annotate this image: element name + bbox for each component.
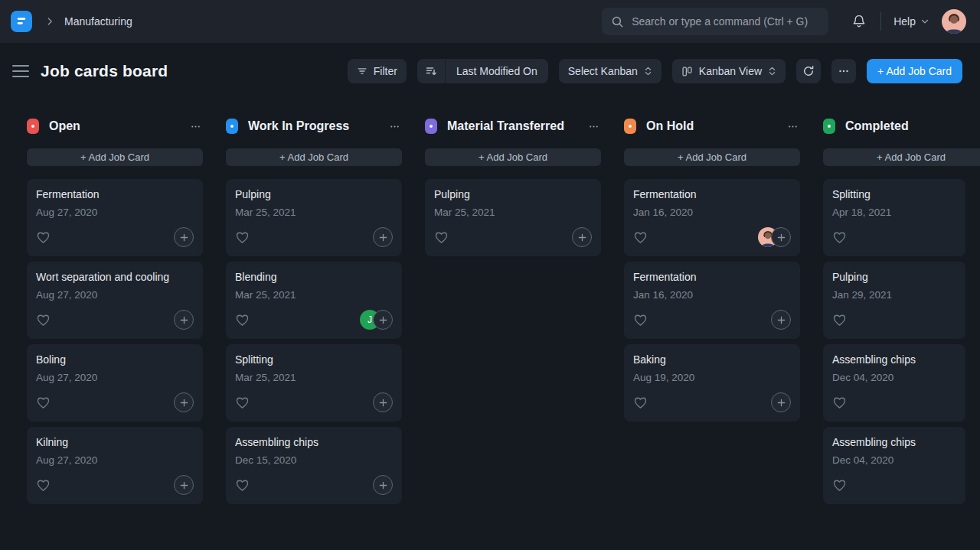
chevrons-up-down-icon <box>644 66 652 76</box>
job-card-date: Mar 25, 2021 <box>235 289 393 301</box>
job-card-title: Fermentation <box>633 271 791 283</box>
job-card-title: Pulping <box>235 188 393 200</box>
like-heart-icon[interactable] <box>832 478 847 492</box>
job-card[interactable]: Blending Mar 25, 2021 J <box>226 262 402 339</box>
kanban-column: Work In Progress + Add Job Card Pulping … <box>226 117 402 504</box>
plus-icon <box>578 233 586 242</box>
like-heart-icon[interactable] <box>235 230 250 244</box>
job-card-title: Boling <box>36 353 194 366</box>
job-card-footer <box>36 475 194 495</box>
like-heart-icon[interactable] <box>36 478 51 492</box>
job-card-title: Assembling chips <box>832 436 956 448</box>
like-heart-icon[interactable] <box>235 478 250 492</box>
job-card[interactable]: Fermentation Jan 16, 2020 <box>624 262 800 339</box>
like-heart-icon[interactable] <box>832 395 847 409</box>
view-switcher-dropdown[interactable]: Kanban View <box>672 59 786 83</box>
assign-plus-button[interactable] <box>174 310 194 330</box>
job-card[interactable]: Pulping Mar 25, 2021 <box>425 179 601 256</box>
notifications-bell-button[interactable] <box>851 14 867 29</box>
assign-plus-button[interactable] <box>174 392 194 412</box>
job-card[interactable]: Assembling chips Dec 04, 2020 <box>823 427 965 504</box>
like-heart-icon[interactable] <box>36 230 51 244</box>
column-header: Material Transferred <box>425 117 601 135</box>
erpnext-logo-icon <box>15 15 28 28</box>
assign-plus-button[interactable] <box>373 392 393 412</box>
job-card[interactable]: Splitting Mar 25, 2021 <box>226 344 402 421</box>
ellipsis-icon <box>588 121 599 132</box>
column-menu-button[interactable] <box>188 119 203 134</box>
assign-plus-button[interactable] <box>174 227 194 247</box>
job-card[interactable]: Fermentation Aug 27, 2020 <box>27 179 203 256</box>
like-heart-icon[interactable] <box>832 313 847 327</box>
select-kanban-dropdown[interactable]: Select Kanban <box>559 59 662 83</box>
assign-plus-button[interactable] <box>771 227 791 247</box>
job-card[interactable]: Splitting Apr 18, 2021 <box>823 179 965 256</box>
like-heart-icon[interactable] <box>235 313 250 327</box>
like-heart-icon[interactable] <box>832 230 847 244</box>
column-menu-button[interactable] <box>786 119 800 134</box>
job-card-footer <box>633 227 791 247</box>
plus-icon <box>180 399 188 407</box>
job-card[interactable]: Assembling chips Dec 15, 2020 <box>226 427 402 504</box>
assign-plus-button[interactable] <box>572 227 592 247</box>
like-heart-icon[interactable] <box>633 395 648 409</box>
job-card[interactable]: Wort separation and cooling Aug 27, 2020 <box>27 262 203 339</box>
add-job-card-primary-button[interactable]: + Add Job Card <box>867 59 962 83</box>
job-card[interactable]: Assembling chips Dec 04, 2020 <box>823 344 965 421</box>
job-card-title: Pulping <box>434 188 592 200</box>
like-heart-icon[interactable] <box>235 395 250 409</box>
job-card-date: Dec 04, 2020 <box>832 372 956 383</box>
job-card-title: Splitting <box>235 353 393 366</box>
filter-button[interactable]: Filter <box>348 59 407 83</box>
refresh-button[interactable] <box>796 59 821 83</box>
breadcrumb[interactable]: Manufacturing <box>64 15 132 28</box>
bell-icon <box>851 14 867 29</box>
sort-field-button[interactable]: Last Modified On <box>446 59 548 83</box>
navbar-actions: Search or type a command (Ctrl + G) Help <box>602 8 966 35</box>
user-avatar[interactable] <box>942 9 966 34</box>
like-heart-icon[interactable] <box>633 230 648 244</box>
job-card[interactable]: Pulping Jan 29, 2021 <box>823 262 965 339</box>
column-title: On Hold <box>646 119 694 133</box>
column-cards: Splitting Apr 18, 2021 Pulping Jan 29, 2… <box>823 179 980 504</box>
toolbar-actions: Filter Last Modified On Select Kanban <box>348 59 962 83</box>
job-card[interactable]: Kilning Aug 27, 2020 <box>27 427 203 504</box>
like-heart-icon[interactable] <box>36 313 51 327</box>
column-menu-button[interactable] <box>586 119 601 134</box>
add-job-card-button[interactable]: + Add Job Card <box>226 148 402 166</box>
job-card[interactable]: Fermentation Jan 16, 2020 <box>624 179 800 256</box>
help-menu[interactable]: Help <box>893 15 929 28</box>
add-job-card-button[interactable]: + Add Job Card <box>624 148 800 166</box>
like-heart-icon[interactable] <box>434 230 449 244</box>
add-job-card-button[interactable]: + Add Job Card <box>27 148 203 166</box>
help-label: Help <box>893 15 916 28</box>
assign-plus-button[interactable] <box>174 475 194 495</box>
add-job-card-button[interactable]: + Add Job Card <box>425 148 601 166</box>
sort-descending-icon <box>425 65 437 77</box>
ellipsis-icon <box>190 121 201 132</box>
sort-direction-button[interactable] <box>417 59 446 83</box>
column-menu-button[interactable] <box>387 119 402 134</box>
like-heart-icon[interactable] <box>36 395 51 409</box>
job-card-date: Jan 29, 2021 <box>832 289 956 301</box>
breadcrumb-chevron-icon <box>44 16 55 27</box>
assign-area <box>174 310 194 330</box>
assign-plus-button[interactable] <box>373 310 393 330</box>
like-heart-icon[interactable] <box>633 313 648 327</box>
global-search-input[interactable]: Search or type a command (Ctrl + G) <box>602 8 828 35</box>
more-options-button[interactable] <box>831 59 856 83</box>
app-logo[interactable] <box>11 11 32 32</box>
assign-plus-button[interactable] <box>771 310 791 330</box>
job-card[interactable]: Baking Aug 19, 2020 <box>624 344 800 421</box>
column-header: Work In Progress <box>226 117 402 135</box>
sidebar-toggle-button[interactable] <box>12 65 29 77</box>
job-card-date: Apr 18, 2021 <box>832 207 956 218</box>
job-card[interactable]: Pulping Mar 25, 2021 <box>226 179 402 256</box>
plus-icon <box>379 316 387 324</box>
add-job-card-button[interactable]: + Add Job Card <box>823 148 980 166</box>
job-card[interactable]: Boling Aug 27, 2020 <box>27 344 203 421</box>
assign-plus-button[interactable] <box>373 475 393 495</box>
assign-plus-button[interactable] <box>373 227 393 247</box>
assign-plus-button[interactable] <box>771 392 791 412</box>
column-title: Open <box>49 119 80 133</box>
